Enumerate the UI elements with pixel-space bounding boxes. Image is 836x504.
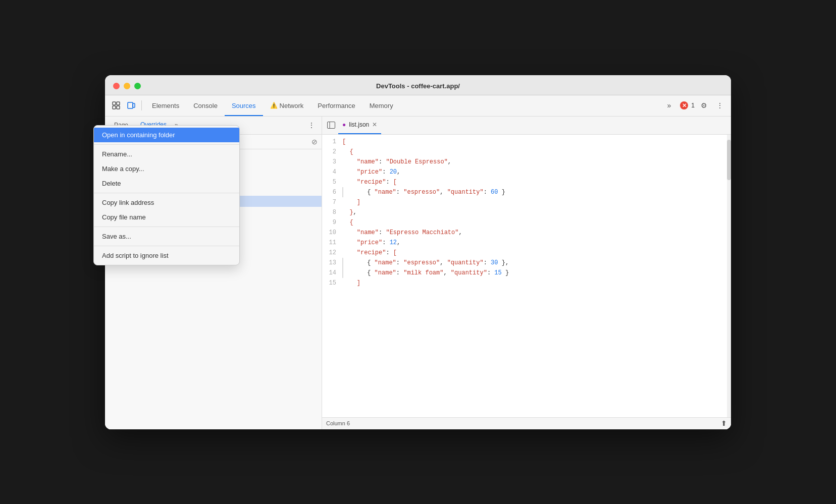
main-content: Page Overrides » ⋮ ✓ Enable Local Overri… xyxy=(105,117,731,429)
editor-tabs: ● list.json ✕ xyxy=(322,117,731,135)
line-number: 14 xyxy=(322,268,342,278)
device-icon[interactable] xyxy=(124,98,138,113)
code-line: 1 [ xyxy=(322,137,731,147)
titlebar: DevTools - coffee-cart.app/ xyxy=(105,75,731,95)
line-number: 8 xyxy=(322,207,342,217)
code-line: 9 { xyxy=(322,217,731,228)
line-number: 5 xyxy=(322,177,342,187)
svg-rect-3 xyxy=(117,106,120,109)
settings-icon[interactable]: ⚙ xyxy=(697,98,711,113)
svg-rect-0 xyxy=(113,102,116,105)
line-content: { "name": "milk foam", "quantity": 15 } xyxy=(342,268,731,278)
ctx-separator xyxy=(105,193,239,193)
tab-performance[interactable]: Performance xyxy=(310,95,362,116)
line-content: "name": "Espresso Macchiato", xyxy=(342,228,731,238)
tab-sources[interactable]: Sources xyxy=(225,95,263,116)
line-number: 2 xyxy=(322,147,342,157)
code-line: 13 { "name": "espresso", "quantity": 30 … xyxy=(322,258,731,268)
main-toolbar: Elements Console Sources ⚠️ Network Perf… xyxy=(105,95,731,117)
editor-tab-label: list.json xyxy=(349,121,369,128)
line-number: 10 xyxy=(322,228,342,238)
tab-elements[interactable]: Elements xyxy=(145,95,186,116)
toolbar-right: » ✕ 1 ⚙ ⋮ xyxy=(660,95,727,116)
code-line: 4 "price": 20, xyxy=(322,167,731,177)
line-content: }, xyxy=(342,207,731,217)
ctx-delete[interactable]: Delete xyxy=(105,176,239,191)
tab-memory[interactable]: Memory xyxy=(362,95,400,116)
line-number: 4 xyxy=(322,167,342,177)
close-tab-icon[interactable]: ✕ xyxy=(372,121,377,128)
line-content: "name": "Double Espresso", xyxy=(342,157,731,167)
line-content: "price": 12, xyxy=(342,238,731,248)
context-menu: Open in containing folder Rename... Make… xyxy=(105,125,240,265)
code-line: 6 { "name": "espresso", "quantity": 60 } xyxy=(322,187,731,197)
clear-icon[interactable]: ⊘ xyxy=(311,138,318,146)
code-line: 8 }, xyxy=(322,207,731,217)
line-content: "price": 20, xyxy=(342,167,731,177)
inspect-icon[interactable] xyxy=(109,98,123,113)
tab-network[interactable]: ⚠️ Network xyxy=(263,95,311,116)
line-number: 15 xyxy=(322,278,342,288)
close-button[interactable] xyxy=(113,83,120,89)
svg-rect-5 xyxy=(133,103,135,107)
code-line: 3 "name": "Double Espresso", xyxy=(322,157,731,167)
error-group: ✕ 1 xyxy=(680,101,695,109)
line-number: 11 xyxy=(322,238,342,248)
svg-rect-4 xyxy=(128,102,133,108)
line-content: { xyxy=(342,217,731,228)
scrollbar-thumb[interactable] xyxy=(727,140,731,180)
error-badge: ✕ xyxy=(680,101,688,109)
status-text: Column 6 xyxy=(326,420,350,426)
code-line: 5 "recipe": [ xyxy=(322,177,731,187)
line-number: 1 xyxy=(322,137,342,147)
divider xyxy=(141,100,142,110)
devtools-window: DevTools - coffee-cart.app/ Elements Con xyxy=(105,75,731,429)
tab-more[interactable]: » xyxy=(660,95,678,116)
line-content: ] xyxy=(342,278,731,288)
line-number: 3 xyxy=(322,157,342,167)
tab-console[interactable]: Console xyxy=(186,95,225,116)
code-line: 15 ] xyxy=(322,278,731,288)
tab-bar: Elements Console Sources ⚠️ Network Perf… xyxy=(145,95,659,116)
sidebar-toggle-icon[interactable] xyxy=(324,118,338,132)
svg-rect-6 xyxy=(328,122,335,129)
code-line: 2 { xyxy=(322,147,731,157)
code-line: 11 "price": 12, xyxy=(322,238,731,248)
ctx-copy-name[interactable]: Copy file name xyxy=(105,210,239,225)
status-bar: Column 6 ⬆ xyxy=(322,417,731,429)
ctx-open-folder[interactable]: Open in containing folder xyxy=(105,128,239,142)
ctx-separator xyxy=(105,246,239,246)
ctx-separator xyxy=(105,227,239,227)
status-scroll-icon[interactable]: ⬆ xyxy=(721,419,727,427)
line-content: "recipe": [ xyxy=(342,248,731,258)
line-number: 12 xyxy=(322,248,342,258)
window-controls xyxy=(113,83,141,89)
ctx-add-ignore[interactable]: Add script to ignore list xyxy=(105,248,239,263)
sidebar-menu-icon[interactable]: ⋮ xyxy=(305,119,318,131)
ctx-rename[interactable]: Rename... xyxy=(105,147,239,161)
code-line: 10 "name": "Espresso Macchiato", xyxy=(322,228,731,238)
line-number: 6 xyxy=(322,187,342,197)
code-area[interactable]: 1 [ 2 { 3 "name": "Double Espresso", 4 xyxy=(322,135,731,417)
line-number: 9 xyxy=(322,217,342,228)
ctx-save-as[interactable]: Save as... xyxy=(105,229,239,244)
warning-icon: ⚠️ xyxy=(270,102,278,109)
maximize-button[interactable] xyxy=(134,83,141,89)
editor-tab-list-json[interactable]: ● list.json ✕ xyxy=(338,116,381,134)
ctx-copy[interactable]: Make a copy... xyxy=(105,161,239,176)
line-content: "recipe": [ xyxy=(342,177,731,187)
minimize-button[interactable] xyxy=(124,83,130,89)
code-line: 12 "recipe": [ xyxy=(322,248,731,258)
line-number: 13 xyxy=(322,258,342,268)
line-content: { xyxy=(342,147,731,157)
error-count: 1 xyxy=(691,102,695,109)
line-content: ] xyxy=(342,197,731,207)
ctx-separator xyxy=(105,144,239,145)
scrollbar-track xyxy=(727,135,731,417)
sidebar: Page Overrides » ⋮ ✓ Enable Local Overri… xyxy=(105,117,322,429)
ctx-copy-link[interactable]: Copy link address xyxy=(105,195,239,210)
line-number: 7 xyxy=(322,197,342,207)
more-icon[interactable]: ⋮ xyxy=(713,98,727,113)
svg-rect-1 xyxy=(117,102,120,105)
line-content: [ xyxy=(342,137,731,147)
